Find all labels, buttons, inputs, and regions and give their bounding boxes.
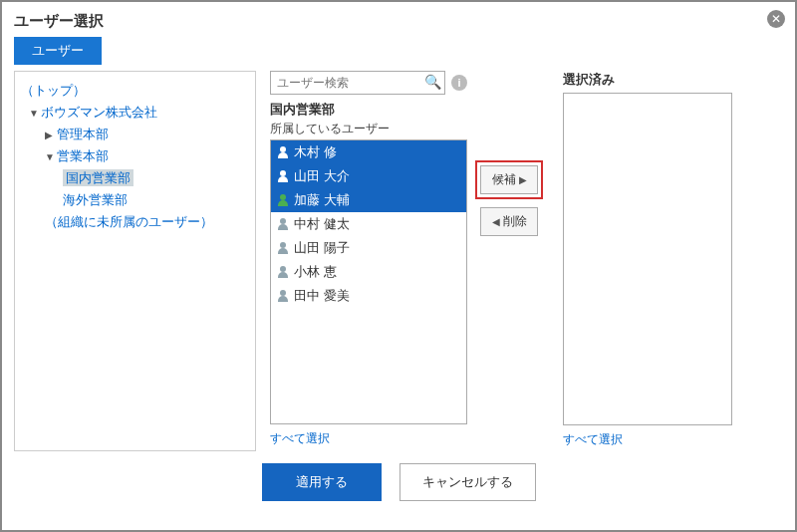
selected-title: 選択済み — [563, 71, 732, 89]
caret-right-icon: ▶ — [45, 130, 57, 140]
user-icon — [277, 194, 289, 206]
tree-domestic-sales[interactable]: 国内営業部 — [19, 167, 251, 189]
close-icon[interactable]: ✕ — [767, 10, 785, 28]
search-input[interactable] — [270, 71, 445, 95]
user-name: 加藤 大輔 — [294, 191, 350, 209]
user-item[interactable]: 小林 恵 — [271, 260, 466, 284]
tree-no-org[interactable]: （組織に未所属のユーザー） — [19, 211, 251, 233]
user-name: 木村 修 — [294, 143, 337, 161]
cancel-button[interactable]: キャンセルする — [399, 463, 536, 501]
user-icon — [277, 290, 289, 302]
member-label: 所属しているユーザー — [270, 121, 467, 137]
search-row: 🔍 i — [270, 71, 467, 95]
caret-down-icon: ▼ — [45, 151, 57, 162]
tree-sales[interactable]: ▼営業本部 — [19, 145, 251, 167]
chevron-left-icon: ◀ — [492, 216, 500, 227]
user-icon — [277, 242, 289, 254]
user-icon — [277, 170, 289, 182]
info-icon[interactable]: i — [451, 75, 467, 91]
user-name: 田中 愛美 — [294, 287, 350, 305]
main-row: （トップ） ▼ボウズマン株式会社 ▶管理本部 ▼営業本部 国内営業部 海外営業部… — [14, 71, 783, 451]
dialog-title: ユーザー選択 — [14, 12, 783, 31]
user-item[interactable]: 山田 大介 — [271, 164, 466, 188]
user-name: 山田 大介 — [294, 167, 350, 185]
remove-button[interactable]: ◀ 削除 — [480, 207, 538, 236]
footer: 適用する キャンセルする — [14, 463, 783, 501]
org-tree-panel: （トップ） ▼ボウズマン株式会社 ▶管理本部 ▼営業本部 国内営業部 海外営業部… — [14, 71, 256, 451]
user-list[interactable]: 木村 修山田 大介加藤 大輔中村 健太山田 陽子小林 恵田中 愛美 — [270, 139, 467, 424]
user-name: 山田 陽子 — [294, 239, 350, 257]
department-title: 国内営業部 — [270, 101, 467, 119]
apply-button[interactable]: 適用する — [262, 463, 382, 501]
caret-down-icon: ▼ — [29, 108, 41, 119]
user-list-panel: 🔍 i 国内営業部 所属しているユーザー 木村 修山田 大介加藤 大輔中村 健太… — [270, 71, 467, 451]
transfer-panel: 候補 ▶ ◀ 削除 — [467, 71, 551, 451]
select-all-candidates[interactable]: すべて選択 — [270, 430, 467, 447]
user-name: 小林 恵 — [294, 263, 337, 281]
search-wrap: 🔍 — [270, 71, 445, 95]
add-candidate-button[interactable]: 候補 ▶ — [480, 165, 538, 194]
user-icon — [277, 218, 289, 230]
add-button-highlight: 候補 ▶ — [475, 160, 543, 199]
user-item[interactable]: 加藤 大輔 — [271, 188, 466, 212]
chevron-right-icon: ▶ — [519, 174, 527, 185]
user-item[interactable]: 山田 陽子 — [271, 236, 466, 260]
tab-user[interactable]: ユーザー — [14, 37, 102, 65]
user-select-dialog: ユーザー選択 ✕ ユーザー （トップ） ▼ボウズマン株式会社 ▶管理本部 ▼営業… — [0, 0, 797, 532]
selected-panel: 選択済み すべて選択 — [563, 71, 732, 451]
org-tree: （トップ） ▼ボウズマン株式会社 ▶管理本部 ▼営業本部 国内営業部 海外営業部… — [19, 80, 251, 233]
user-item[interactable]: 中村 健太 — [271, 212, 466, 236]
tree-admin[interactable]: ▶管理本部 — [19, 124, 251, 145]
user-icon — [277, 266, 289, 278]
search-icon[interactable]: 🔍 — [424, 74, 441, 90]
tree-top[interactable]: （トップ） — [19, 80, 251, 102]
user-name: 中村 健太 — [294, 215, 350, 233]
user-icon — [277, 146, 289, 158]
selected-list[interactable] — [563, 93, 732, 425]
select-all-selected[interactable]: すべて選択 — [563, 431, 732, 448]
tree-overseas-sales[interactable]: 海外営業部 — [19, 189, 251, 211]
tree-company[interactable]: ▼ボウズマン株式会社 — [19, 102, 251, 124]
user-item[interactable]: 田中 愛美 — [271, 284, 466, 308]
user-item[interactable]: 木村 修 — [271, 140, 466, 164]
